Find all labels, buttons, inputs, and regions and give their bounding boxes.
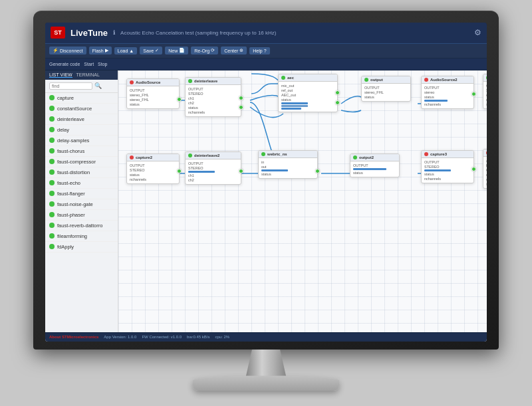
flow-node-deinterleave2[interactable]: deinterleave2 OUTPUT STEREO ch1 ch2 <box>185 152 241 185</box>
sidebar-header: LIST VIEW TERMINAL <box>45 70 118 80</box>
app-header: ST LiveTune ℹ Acoustic Echo Cancelation … <box>45 23 487 44</box>
flow-node-right1[interactable]: AudioSource2 OUTPUT stereo status nchann… <box>421 76 474 109</box>
node-slider[interactable] <box>424 169 451 171</box>
node-status-dot <box>364 78 368 82</box>
item-status-dot <box>49 116 55 122</box>
list-item[interactable]: constantSource <box>45 104 118 114</box>
node-output-connector <box>471 92 476 96</box>
node-slider[interactable] <box>281 105 308 107</box>
node-header: AudioSource <box>127 79 179 86</box>
disconnect-icon: ⚡ <box>53 48 59 53</box>
monitor-screen: ST LiveTune ℹ Acoustic Echo Cancelation … <box>45 23 487 342</box>
status-fw-version: FW Connected: v1.0.0 <box>142 335 182 339</box>
node-header: AudioSource2 <box>422 76 473 84</box>
flash-button[interactable]: Flash ▶ <box>89 47 112 54</box>
save-button[interactable]: Save ✓ <box>140 47 162 54</box>
node-status-dot <box>486 76 487 80</box>
start-button[interactable]: Start <box>84 62 94 66</box>
new-button[interactable]: New 📄 <box>165 47 188 54</box>
list-item[interactable]: faust-echo <box>45 178 118 189</box>
help-icon: ? <box>264 49 267 53</box>
sidebar: LIST VIEW TERMINAL 🔍 capture <box>45 70 118 342</box>
load-button[interactable]: Load ▲ <box>114 47 138 54</box>
list-item[interactable]: faust-noise-gate <box>45 199 118 210</box>
node-body: OUTPUT stereo_FHL stereo_FHL status <box>127 86 179 108</box>
node-slider[interactable] <box>261 169 288 171</box>
node-slider[interactable] <box>281 108 301 110</box>
canvas-area[interactable]: AudioSource OUTPUT stereo_FHL stereo_FHL… <box>118 70 487 342</box>
node-header: output <box>362 76 410 84</box>
status-bar: About STMicroelectronics App Version: 1.… <box>45 332 487 342</box>
node-status-dot <box>261 152 265 156</box>
item-status-dot <box>49 159 55 164</box>
flow-node-capture2[interactable]: capture2 OUTPUT STEREO status nchannels <box>126 153 180 184</box>
item-status-dot <box>49 106 55 111</box>
item-status-dot <box>49 223 55 228</box>
node-body: OUTPUT STEREO ch1 ch2 status nchannels <box>186 85 241 116</box>
node-output-connector <box>335 90 340 95</box>
node-slider[interactable] <box>424 100 448 102</box>
item-status-dot <box>49 191 55 196</box>
disconnect-button[interactable]: ⚡ Disconnect <box>49 47 86 54</box>
list-item[interactable]: fileamforming <box>45 231 118 242</box>
monitor: ST LiveTune ℹ Acoustic Echo Cancelation … <box>27 11 505 396</box>
flow-node-right2[interactable]: capture3 OUTPUT STEREO status nchannels <box>421 150 474 183</box>
status-cpu: cpu: 2% <box>215 335 229 339</box>
node-status-dot <box>353 155 357 159</box>
flow-node-aec[interactable]: aec mic_out ref_out AEC_out status <box>278 74 338 112</box>
node-body: OUTPUT STEREO ch1 ch2 <box>186 159 241 184</box>
list-item[interactable]: delay-samples <box>45 136 118 146</box>
node-status-dot <box>424 152 428 156</box>
node-body: OUTPUT STEREO ch1 ch2 status <box>483 82 487 108</box>
node-body: mic_out ref_out AEC_out status <box>279 82 337 112</box>
list-item[interactable]: faust-phaser <box>45 210 118 221</box>
reorg-button[interactable]: Re-Org ⟳ <box>191 47 218 54</box>
load-icon: ▲ <box>129 49 134 53</box>
app-subtitle: Acoustic Echo Cancelation test (sampling… <box>120 30 276 36</box>
center-button[interactable]: Center ⊕ <box>221 47 247 54</box>
node-output-connector <box>177 97 182 102</box>
node-slider[interactable] <box>353 168 386 170</box>
sidebar-tab-terminal[interactable]: TERMINAL <box>76 72 100 78</box>
search-input[interactable] <box>49 82 92 90</box>
list-item[interactable]: capture <box>45 93 118 104</box>
node-header: capture3 <box>422 151 473 158</box>
center-icon: ⊕ <box>239 48 243 53</box>
list-item[interactable]: faust-chorus <box>45 146 118 157</box>
item-status-dot <box>49 95 55 100</box>
node-status-dot <box>486 151 487 155</box>
node-output-connector <box>335 100 340 105</box>
list-item[interactable]: fdApply <box>45 242 118 253</box>
node-status-dot <box>188 153 192 157</box>
flow-node-output[interactable]: output OUTPUT stereo_FHL status <box>361 76 411 102</box>
list-item[interactable]: deinterleave <box>45 114 118 125</box>
new-icon: 📄 <box>179 48 185 53</box>
app-title: LiveTune <box>70 28 108 38</box>
node-status-dot <box>130 80 134 84</box>
list-item[interactable]: delay <box>45 125 118 136</box>
settings-icon[interactable]: ⚙ <box>474 28 481 37</box>
sidebar-tab-list-view[interactable]: LIST VIEW <box>49 72 72 78</box>
node-body: OUTPUT stereo_FHL status <box>362 84 410 101</box>
flow-node-farright1[interactable]: deinterleave3 OUTPUT STEREO ch1 ch2 stat… <box>483 74 487 109</box>
list-item[interactable]: faust-compressor <box>45 157 118 167</box>
help-button[interactable]: Help ? <box>249 47 269 54</box>
stop-button[interactable]: Stop <box>98 62 107 66</box>
flow-node-farright2[interactable]: process3 a b OUTPUT ch1out ch2out status <box>483 149 487 189</box>
reorg-icon: ⟳ <box>211 48 215 53</box>
node-slider[interactable] <box>188 171 215 173</box>
node-slider[interactable] <box>281 102 308 104</box>
node-header: deinterleave <box>186 78 241 85</box>
flow-node-output2[interactable]: output2 OUTPUT status <box>350 153 400 177</box>
node-output-connector <box>315 169 320 173</box>
list-item[interactable]: faust-distortion <box>45 167 118 178</box>
save-icon: ✓ <box>155 48 159 53</box>
flow-node-webrtc[interactable]: webrtc_ns in out status <box>258 150 318 179</box>
list-item[interactable]: faust-reverb-dattorro <box>45 221 118 231</box>
generate-code-button[interactable]: Generate code <box>49 62 80 66</box>
node-header: aec <box>279 74 337 82</box>
list-item[interactable]: faust-flanger <box>45 189 118 199</box>
flow-node-audiosource[interactable]: AudioSource OUTPUT stereo_FHL stereo_FHL… <box>126 78 180 109</box>
flash-icon: ▶ <box>105 48 108 53</box>
flow-node-deinterleave[interactable]: deinterleave OUTPUT STEREO ch1 ch2 statu… <box>185 77 241 117</box>
